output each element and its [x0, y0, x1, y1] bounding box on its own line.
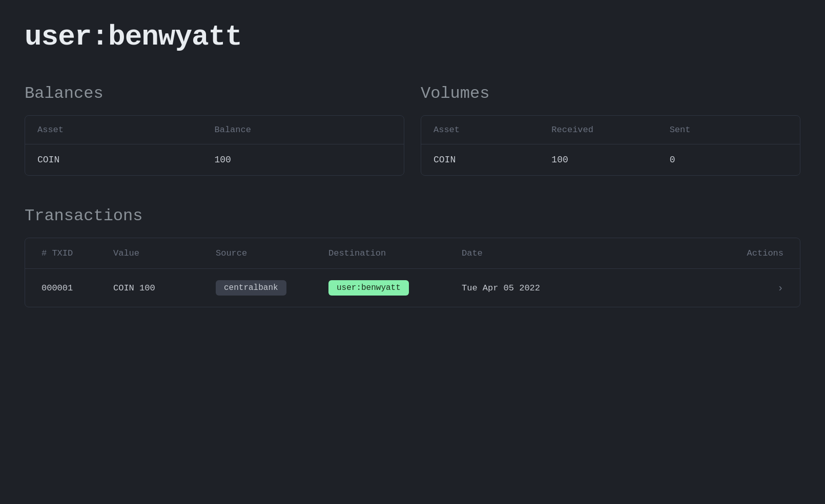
volumes-row: COIN 100 0: [421, 144, 800, 175]
balances-table-header: Asset Balance: [25, 116, 404, 144]
volumes-col-sent-header: Sent: [670, 125, 788, 135]
source-badge: centralbank: [216, 280, 286, 296]
volumes-col-asset-header: Asset: [434, 125, 551, 135]
tx-col-actions-header: Actions: [742, 248, 783, 258]
balances-balance-value: 100: [215, 155, 392, 165]
balances-table: Asset Balance COIN 100: [25, 115, 404, 176]
balances-col-balance-header: Balance: [215, 125, 392, 135]
transactions-section: Transactions # TXID Value Source Destina…: [25, 206, 800, 307]
tx-col-source-header: Source: [216, 248, 328, 258]
tx-col-txid-header: # TXID: [42, 248, 113, 258]
volumes-title: Volumes: [421, 84, 800, 103]
tx-date-value: Tue Apr 05 2022: [462, 283, 742, 293]
tx-actions-value[interactable]: ›: [742, 282, 783, 294]
volumes-table-header: Asset Received Sent: [421, 116, 800, 144]
volumes-section: Volumes Asset Received Sent COIN 100 0: [421, 84, 800, 176]
balances-row: COIN 100: [25, 144, 404, 175]
volumes-asset-value: COIN: [434, 155, 551, 165]
transactions-title: Transactions: [25, 206, 800, 225]
tx-col-value-header: Value: [113, 248, 216, 258]
transactions-table: # TXID Value Source Destination Date Act…: [25, 238, 800, 307]
table-row: 000001 COIN 100 centralbank user:benwyat…: [25, 269, 800, 307]
tx-txid-value: 000001: [42, 283, 113, 293]
tx-destination-value: user:benwyatt: [328, 280, 462, 296]
balances-title: Balances: [25, 84, 404, 103]
destination-badge: user:benwyatt: [328, 280, 409, 296]
chevron-right-icon[interactable]: ›: [777, 282, 783, 294]
balances-section: Balances Asset Balance COIN 100: [25, 84, 404, 176]
volumes-received-value: 100: [551, 155, 669, 165]
transactions-table-header: # TXID Value Source Destination Date Act…: [25, 238, 800, 269]
page-title: user:benwyatt: [25, 20, 800, 53]
tx-source-value: centralbank: [216, 280, 328, 296]
tx-col-date-header: Date: [462, 248, 742, 258]
balances-col-asset-header: Asset: [37, 125, 215, 135]
balances-asset-value: COIN: [37, 155, 215, 165]
volumes-sent-value: 0: [670, 155, 788, 165]
volumes-col-received-header: Received: [551, 125, 669, 135]
top-sections: Balances Asset Balance COIN 100 Volumes …: [25, 84, 800, 176]
tx-col-destination-header: Destination: [328, 248, 462, 258]
tx-value-value: COIN 100: [113, 283, 216, 293]
volumes-table: Asset Received Sent COIN 100 0: [421, 115, 800, 176]
